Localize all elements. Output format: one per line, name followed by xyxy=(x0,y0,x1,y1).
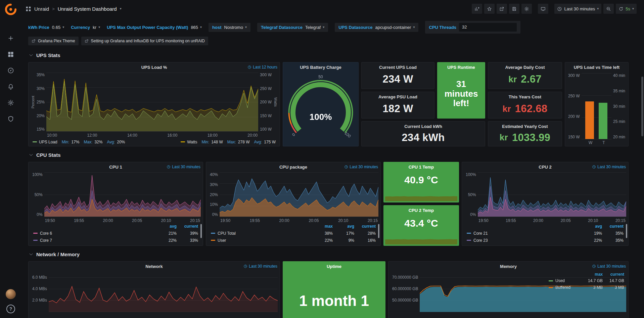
panel-title[interactable]: CPU 1 xyxy=(109,165,122,170)
user-avatar[interactable] xyxy=(6,289,16,299)
panel-current-load-kwh: Current Load kWh 234 kWh xyxy=(361,121,485,146)
section-ups-stats[interactable]: UPS Stats xyxy=(29,51,640,59)
variable-value-dropdown[interactable]: kr▾ xyxy=(93,25,100,30)
cpu1-chart[interactable] xyxy=(44,172,201,217)
sidebar-item-alerting[interactable] xyxy=(4,80,18,94)
legend-col-avg[interactable]: avg xyxy=(581,224,602,229)
series-name[interactable]: Buffered xyxy=(549,285,581,290)
mark-favorite-button[interactable] xyxy=(484,4,495,14)
navbar-actions: Last 30 minutes ▾ 5s ▾ xyxy=(470,4,637,14)
series-name[interactable]: CPU Total xyxy=(211,231,311,236)
legend-col-avg[interactable]: avg xyxy=(155,224,177,229)
zoom-out-time-button[interactable] xyxy=(603,4,614,14)
section-network-memory[interactable]: Network / Memory xyxy=(29,250,640,259)
panel-title[interactable]: CPU package xyxy=(279,165,307,170)
network-chart[interactable] xyxy=(49,272,278,312)
sidebar-item-dashboards[interactable] xyxy=(4,47,18,61)
breadcrumb-folder[interactable]: Unraid xyxy=(34,6,49,12)
link-ups-monitoring-guide[interactable]: Setting up Grafana and InfluxDB for UPS … xyxy=(81,37,209,45)
dashboard-links-row: Grafana Plex Theme Setting up Grafana an… xyxy=(28,37,639,45)
add-panel-button[interactable] xyxy=(472,4,482,14)
tick-label: 25% xyxy=(37,100,45,104)
dashboard-settings-button[interactable] xyxy=(521,4,532,14)
tick-label: 20:05 xyxy=(309,218,319,223)
save-dashboard-button[interactable] xyxy=(509,4,519,14)
sidebar-item-server-admin[interactable] xyxy=(4,112,18,126)
legend-scrollbar[interactable] xyxy=(378,224,379,238)
variable-value-dropdown[interactable]: 0.65▾ xyxy=(52,25,64,30)
share-dashboard-button[interactable] xyxy=(497,4,507,14)
panel-title[interactable]: Current UPS Load xyxy=(379,65,417,70)
panel-title[interactable]: This Years Cost xyxy=(509,94,541,99)
sidebar-item-explore[interactable] xyxy=(4,63,18,78)
time-range-picker[interactable]: Last 30 minutes ▾ xyxy=(554,4,601,14)
panel-title[interactable]: Average Daily Cost xyxy=(505,65,545,70)
variable-value-dropdown[interactable]: Nostromo▾ xyxy=(224,25,247,30)
cpu-package-chart[interactable] xyxy=(220,172,378,217)
cpu2-chart[interactable] xyxy=(478,172,626,217)
panel-title[interactable]: UPS Load % xyxy=(141,65,167,70)
legend-col-current[interactable]: current xyxy=(177,224,198,229)
panel-uptime: Uptime 1 month 1 xyxy=(283,261,385,318)
sparkline xyxy=(385,190,457,201)
section-cpu-stats[interactable]: CPU Stats xyxy=(29,150,640,159)
panel-title[interactable]: Network xyxy=(145,264,163,269)
series-name[interactable]: Core 6 xyxy=(33,231,155,236)
tick-label: 300 W xyxy=(260,73,272,77)
legend-col-max[interactable]: max xyxy=(581,272,603,277)
panel-title[interactable]: UPS Battery Charge xyxy=(300,65,341,70)
link-grafana-plex-theme[interactable]: Grafana Plex Theme xyxy=(28,37,79,45)
series-name[interactable]: Core 7 xyxy=(33,238,155,243)
cycle-view-button[interactable] xyxy=(538,4,548,14)
panel-title[interactable]: UPS Runtime xyxy=(447,65,475,70)
sidebar-item-configuration[interactable] xyxy=(4,96,18,110)
cpu-threads-input[interactable]: 32 xyxy=(459,23,517,32)
panel-title[interactable]: Memory xyxy=(500,264,517,269)
series-name[interactable]: Core 21 xyxy=(467,231,581,236)
legend-col-avg[interactable]: avg xyxy=(333,224,354,229)
legend-scrollbar[interactable] xyxy=(626,224,627,238)
series-name[interactable]: Used xyxy=(549,278,581,283)
legend-col-current[interactable]: current xyxy=(603,272,624,277)
panel-title[interactable]: CPU 2 Temp xyxy=(409,208,434,213)
dashboard-title[interactable]: Unraid System Dashboard xyxy=(58,6,117,12)
variable-value-dropdown[interactable]: apcupsd-container▾ xyxy=(375,25,415,30)
sidebar-item-create[interactable] xyxy=(4,31,18,45)
help-icon[interactable]: ? xyxy=(6,305,15,313)
tick-label: 19:50 xyxy=(478,218,489,223)
series-swatch[interactable] xyxy=(33,141,37,142)
legend-col-current[interactable]: current xyxy=(354,224,376,229)
stat-key: Max: xyxy=(84,140,92,144)
panel-title[interactable]: Average PSU Load xyxy=(378,94,417,99)
variable-value-dropdown[interactable]: Telegraf▾ xyxy=(305,25,324,30)
legend-col-current[interactable]: current xyxy=(602,224,624,229)
page-scrollbar[interactable] xyxy=(641,77,643,136)
caret-down-icon[interactable]: ▾ xyxy=(120,7,122,10)
panel-title[interactable]: Current Load kWh xyxy=(404,124,442,129)
variable-cpu-threads: CPU Threads 32 xyxy=(425,21,520,34)
legend-scrollbar[interactable] xyxy=(200,224,202,238)
tick-label: 150 W xyxy=(568,135,580,139)
panel-title[interactable]: Uptime xyxy=(327,264,341,269)
bar-time-left xyxy=(599,103,607,139)
series-swatch[interactable] xyxy=(181,141,185,142)
legend-value: 19% xyxy=(581,231,602,236)
series-name[interactable]: UPS Load xyxy=(39,140,57,144)
series-name[interactable]: Core 23 xyxy=(467,238,581,243)
series-name[interactable]: User xyxy=(211,238,311,243)
panel-title[interactable]: Estimated Yearly Cost xyxy=(502,124,548,129)
series-swatch xyxy=(549,280,553,281)
legend-col-max[interactable]: max xyxy=(311,224,333,229)
tick-label: 60.000000 GB xyxy=(392,283,418,294)
series-name[interactable]: Watts xyxy=(187,140,197,144)
refresh-picker[interactable]: 5s ▾ xyxy=(616,4,637,14)
tick-label: 20% xyxy=(37,113,45,118)
panel-title[interactable]: UPS Load vs Time left xyxy=(574,65,619,70)
panel-title[interactable]: CPU 2 xyxy=(539,165,551,170)
x-axis: 19:50 19:55 20:00 20:05 20:10 20:15 xyxy=(44,217,201,223)
panel-title[interactable]: CPU 1 Temp xyxy=(409,165,434,170)
variable-value-dropdown[interactable]: 865▾ xyxy=(191,25,202,30)
grafana-logo[interactable] xyxy=(4,3,17,16)
ups-load-chart[interactable] xyxy=(46,73,258,132)
bars-chart[interactable] xyxy=(582,73,611,139)
